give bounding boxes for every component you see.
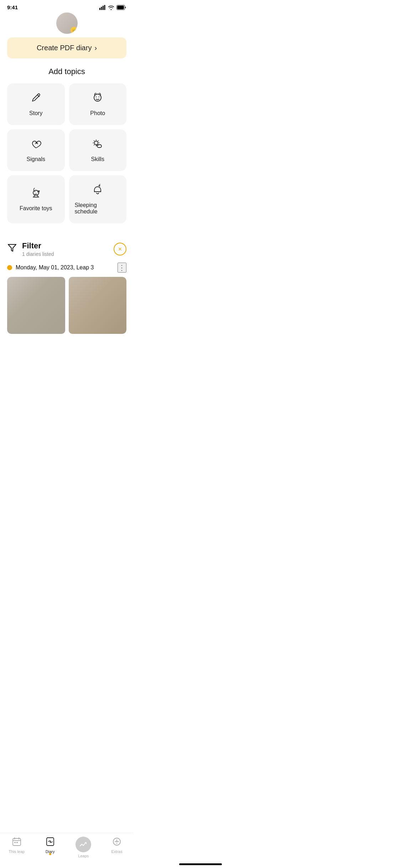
filter-subtitle: 1 diaries listed	[22, 251, 54, 257]
topic-label-sleeping-schedule: Sleeping schedule	[75, 202, 121, 215]
lightning-heart-icon	[30, 138, 42, 153]
topic-card-photo[interactable]: Photo	[69, 83, 127, 125]
sun-cloud-icon	[91, 138, 104, 153]
filter-text: Filter 1 diaries listed	[22, 241, 54, 257]
svg-rect-5	[117, 6, 124, 9]
battery-icon	[116, 5, 126, 10]
pencil-icon	[30, 92, 42, 107]
status-time: 9:41	[7, 4, 18, 10]
pdf-chevron-icon: ›	[94, 44, 97, 52]
topic-label-signals: Signals	[27, 156, 45, 162]
diary-entry: Monday, May 01, 2023, Leap 3 ⋮	[0, 263, 134, 340]
topic-card-favorite-toys[interactable]: Favorite toys	[7, 175, 65, 223]
avatar-badge: 😊	[71, 27, 78, 34]
add-topics-title: Add topics	[7, 67, 126, 76]
filter-close-button[interactable]: ×	[114, 243, 126, 255]
status-icons	[99, 5, 126, 10]
filter-close-icon: ×	[118, 246, 122, 253]
filter-funnel-icon	[7, 243, 17, 255]
topic-label-skills: Skills	[91, 156, 104, 162]
pdf-banner-label: Create PDF diary	[37, 44, 92, 52]
rocking-horse-icon	[30, 187, 42, 202]
diary-images	[7, 277, 126, 334]
avatar[interactable]: 😊	[56, 12, 78, 34]
add-topics-section: Add topics Story	[0, 67, 134, 234]
svg-point-9	[94, 141, 98, 145]
diary-image-1[interactable]	[7, 277, 65, 334]
signal-icon	[99, 5, 106, 10]
topics-grid: Story Photo	[7, 83, 126, 223]
svg-point-12	[35, 191, 35, 192]
svg-point-8	[99, 97, 99, 97]
more-icon: ⋮	[118, 264, 126, 272]
svg-rect-1	[101, 7, 102, 10]
wifi-icon	[108, 5, 114, 10]
status-bar: 9:41	[0, 0, 134, 12]
svg-rect-3	[104, 5, 105, 10]
topic-label-story: Story	[29, 110, 42, 117]
diary-date-left: Monday, May 01, 2023, Leap 3	[7, 264, 94, 271]
svg-point-7	[96, 97, 97, 97]
diary-date-row: Monday, May 01, 2023, Leap 3 ⋮	[7, 263, 126, 273]
svg-point-11	[33, 190, 39, 195]
svg-point-6	[94, 94, 101, 101]
svg-rect-2	[103, 6, 104, 10]
baby-face-icon	[91, 92, 104, 107]
top-avatar-area: 😊	[0, 12, 134, 37]
diary-more-button[interactable]: ⋮	[118, 263, 126, 273]
topic-card-story[interactable]: Story	[7, 83, 65, 125]
filter-left: Filter 1 diaries listed	[7, 241, 54, 257]
diary-date-text: Monday, May 01, 2023, Leap 3	[16, 264, 94, 271]
svg-rect-10	[97, 145, 101, 148]
topic-label-favorite-toys: Favorite toys	[20, 205, 52, 212]
create-pdf-banner[interactable]: Create PDF diary ›	[7, 37, 126, 58]
diary-image-2[interactable]	[69, 277, 127, 334]
svg-rect-0	[99, 8, 100, 10]
topic-card-signals[interactable]: Signals	[7, 129, 65, 171]
topic-card-skills[interactable]: Skills	[69, 129, 127, 171]
bell-zzz-icon	[91, 184, 104, 198]
topic-label-photo: Photo	[90, 110, 105, 117]
topic-card-sleeping-schedule[interactable]: Sleeping schedule	[69, 175, 127, 223]
filter-title: Filter	[22, 241, 54, 250]
filter-section: Filter 1 diaries listed ×	[0, 234, 134, 263]
diary-date-dot	[7, 265, 12, 270]
